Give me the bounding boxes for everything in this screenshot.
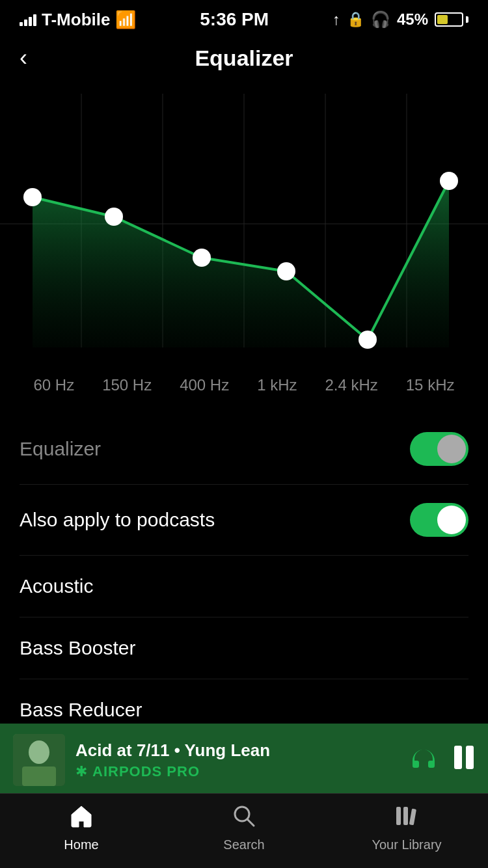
device-name: AIRPODS PRO [92,763,200,780]
settings-section: Equalizer Also apply to podcasts Acousti… [0,414,488,741]
svg-point-7 [23,188,42,206]
library-icon [395,804,418,834]
nav-home[interactable]: Home [42,804,120,852]
svg-line-20 [247,819,254,826]
svg-rect-23 [409,809,416,826]
podcasts-setting-row: Also apply to podcasts [20,485,468,556]
nav-library[interactable]: Your Library [368,804,446,852]
now-playing-bar[interactable]: Acid at 7/11 • Yung Lean ✱ AIRPODS PRO [0,724,488,796]
eq-chart[interactable] [0,94,488,367]
pause-button[interactable] [453,744,475,776]
podcasts-toggle-knob [437,506,466,534]
page-title: Equalizer [195,46,293,71]
freq-15khz: 15 kHz [406,376,455,394]
status-left: T-Mobile 📶 [20,10,136,30]
bottom-nav: Home Search Your Library [0,793,488,868]
search-icon [232,804,256,834]
svg-rect-17 [454,746,462,769]
nav-home-label: Home [64,837,98,852]
preset-bass-booster[interactable]: Bass Booster [20,617,468,679]
status-bar: T-Mobile 📶 5:36 PM ↑ 🔒 🎧 45% [0,0,488,35]
freq-labels: 60 Hz 150 Hz 400 Hz 1 kHz 2.4 kHz 15 kHz [0,370,488,414]
svg-point-8 [105,208,123,226]
wifi-icon: 📶 [115,10,136,30]
svg-rect-18 [466,746,474,769]
album-art [13,734,65,786]
freq-24khz: 2.4 kHz [325,376,377,394]
battery-percent: 45% [397,10,428,29]
svg-rect-22 [403,807,408,825]
svg-point-10 [277,262,295,280]
headphone-status-icon: 🎧 [371,10,390,29]
back-button[interactable]: ‹ [20,42,34,74]
status-time: 5:36 PM [200,9,269,30]
headphone-connect-icon[interactable] [410,746,437,775]
svg-point-9 [193,249,211,267]
preset-acoustic[interactable]: Acoustic [20,556,468,617]
now-playing-info: Acid at 7/11 • Yung Lean ✱ AIRPODS PRO [75,740,400,780]
now-playing-controls [410,744,475,776]
status-right: ↑ 🔒 🎧 45% [332,10,468,29]
now-playing-title: Acid at 7/11 • Yung Lean [75,740,400,761]
header: ‹ Equalizer [0,35,488,87]
nav-library-label: Your Library [372,837,441,852]
podcasts-toggle[interactable] [410,503,468,537]
home-icon [70,804,93,834]
freq-60hz: 60 Hz [33,376,74,394]
podcasts-toggle-label: Also apply to podcasts [20,509,215,531]
eq-chart-container [0,87,488,370]
equalizer-toggle[interactable] [410,432,468,466]
carrier-name: T-Mobile [42,10,110,30]
nav-search[interactable]: Search [205,804,283,852]
equalizer-setting-row: Equalizer [20,414,468,485]
svg-point-11 [359,331,377,349]
signal-bars [20,13,36,26]
freq-400hz: 400 Hz [180,376,229,394]
freq-1khz: 1 kHz [257,376,297,394]
now-playing-device: ✱ AIRPODS PRO [75,763,400,780]
freq-150hz: 150 Hz [102,376,152,394]
battery-icon [435,12,468,27]
nav-search-label: Search [223,837,264,852]
svg-rect-16 [22,766,56,786]
location-icon: ↑ [332,10,340,29]
equalizer-toggle-knob [437,435,466,463]
svg-rect-21 [396,807,401,825]
lock-icon: 🔒 [347,11,364,28]
bluetooth-icon: ✱ [75,763,87,780]
equalizer-toggle-label: Equalizer [20,438,101,460]
svg-point-14 [29,740,49,764]
svg-point-12 [440,172,458,190]
